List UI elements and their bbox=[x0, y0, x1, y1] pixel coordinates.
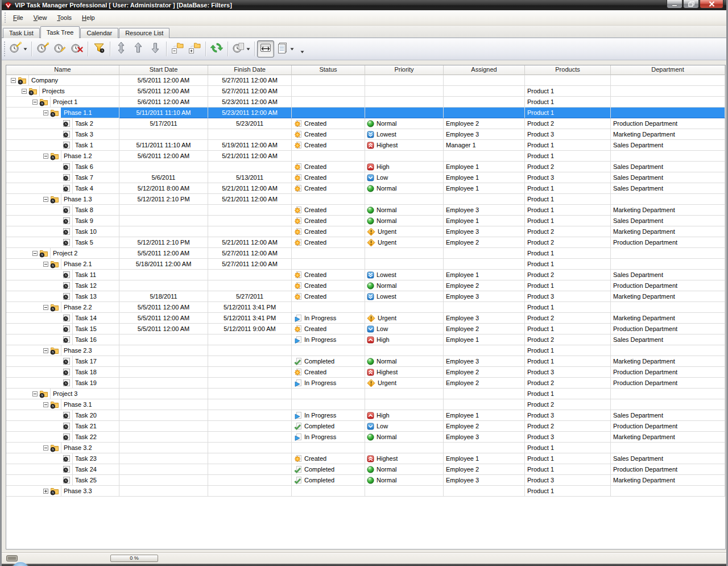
department-cell bbox=[611, 443, 725, 453]
table-row[interactable]: Project 3Product 1 bbox=[6, 389, 725, 399]
table-row[interactable]: Task 21CompletedLowEmployee 2Product 2Pr… bbox=[6, 421, 725, 432]
table-row[interactable]: Task 11CreatedLowestEmployee 1Product 2S… bbox=[6, 270, 725, 280]
table-row[interactable]: Project 25/5/2011 12:00 AM5/27/2011 12:0… bbox=[6, 248, 725, 259]
table-row[interactable]: Phase 1.25/6/2011 12:00 AM5/21/2011 12:0… bbox=[6, 151, 725, 162]
table-row[interactable]: Task 75/6/20115/13/2011CreatedLowEmploye… bbox=[6, 172, 725, 183]
table-row[interactable]: Phase 2.25/5/2011 12:00 AM5/12/2011 3:41… bbox=[6, 302, 725, 313]
refresh-button[interactable] bbox=[208, 40, 225, 57]
customize-columns-button[interactable] bbox=[274, 40, 296, 57]
table-row[interactable]: Phase 3.2Product 1 bbox=[6, 443, 725, 453]
column-header-status[interactable]: Status bbox=[292, 65, 365, 75]
table-row[interactable]: Phase 3.1Product 2 bbox=[6, 399, 725, 410]
minimize-button[interactable] bbox=[667, 0, 682, 9]
tab-task-list[interactable]: Task List bbox=[3, 28, 40, 38]
table-row[interactable]: Task 145/5/2011 12:00 AM5/12/2011 3:41 P… bbox=[6, 313, 725, 324]
table-row[interactable]: Task 18CreatedHighestEmployee 2Product 3… bbox=[6, 367, 725, 378]
column-header-finish[interactable]: Finish Date bbox=[208, 65, 292, 75]
collapse-expander-icon[interactable] bbox=[43, 402, 48, 407]
table-row[interactable]: Task 6CreatedHighEmployee 1Product 2Sale… bbox=[6, 162, 725, 172]
restore-button[interactable] bbox=[683, 0, 699, 9]
close-button[interactable] bbox=[700, 0, 723, 9]
table-row[interactable]: Task 45/12/2011 8:00 AM5/21/2011 12:00 A… bbox=[6, 183, 725, 194]
report-button[interactable] bbox=[230, 40, 252, 57]
tab-calendar[interactable]: Calendar bbox=[80, 28, 118, 38]
collapse-expander-icon[interactable] bbox=[43, 154, 48, 159]
collapse-expander-icon[interactable] bbox=[11, 78, 16, 83]
finish-date-cell: 5/19/2011 12:00 AM bbox=[208, 140, 292, 151]
department-cell bbox=[611, 389, 725, 399]
tab-task-tree[interactable]: Task Tree bbox=[40, 26, 80, 38]
column-header-products[interactable]: Products bbox=[525, 65, 611, 75]
toolbar-overflow-button[interactable] bbox=[300, 51, 304, 53]
collapse-expander-icon[interactable] bbox=[43, 348, 48, 353]
dropdown-caret-icon[interactable] bbox=[246, 48, 250, 51]
fit-columns-button[interactable] bbox=[257, 40, 274, 57]
new-task-button[interactable] bbox=[7, 40, 29, 57]
table-row[interactable]: Task 25CompletedNormalEmployee 3Product … bbox=[6, 475, 725, 486]
column-header-priority[interactable]: Priority bbox=[365, 65, 444, 75]
table-row[interactable]: Company5/5/2011 12:00 AM5/27/2011 12:00 … bbox=[6, 75, 725, 86]
add-task-button[interactable] bbox=[34, 40, 51, 57]
table-row[interactable]: Task 9CreatedNormalEmployee 1Product 1Sa… bbox=[6, 216, 725, 226]
column-header-assigned[interactable]: Assigned bbox=[444, 65, 525, 75]
column-header-department[interactable]: Department bbox=[611, 65, 725, 75]
menu-item-file[interactable]: File bbox=[8, 13, 28, 23]
table-row[interactable]: Task 17CompletedNormalEmployee 3Product … bbox=[6, 356, 725, 367]
dropdown-caret-icon[interactable] bbox=[290, 48, 294, 51]
table-row[interactable]: Task 19In ProgressUrgentEmployee 2Produc… bbox=[6, 378, 725, 389]
collapse-expander-icon[interactable] bbox=[22, 89, 27, 94]
table-row[interactable]: Task 25/17/20115/23/2011CreatedNormalEmp… bbox=[6, 118, 725, 129]
filter-button[interactable] bbox=[90, 40, 107, 57]
table-row[interactable]: Phase 1.35/12/2011 2:10 PM5/21/2011 12:0… bbox=[6, 194, 725, 205]
column-header-start[interactable]: Start Date bbox=[119, 65, 208, 75]
table-row[interactable]: Project 15/6/2011 12:00 AM5/23/2011 12:0… bbox=[6, 97, 725, 108]
status-label: In Progress bbox=[304, 335, 336, 345]
tab-resource-list[interactable]: Resource List bbox=[119, 28, 169, 38]
row-label-wrap: Task 9 bbox=[72, 216, 119, 226]
department-cell: Marketing Department bbox=[611, 291, 725, 302]
expand-expander-icon[interactable] bbox=[43, 489, 48, 494]
collapse-expander-icon[interactable] bbox=[43, 110, 48, 115]
collapse-expander-icon[interactable] bbox=[32, 391, 38, 396]
table-row[interactable]: Task 155/5/2011 12:00 AM5/12/2011 9:00 A… bbox=[6, 324, 725, 334]
move-up-button[interactable] bbox=[130, 40, 147, 57]
collapse-expander-icon[interactable] bbox=[43, 445, 48, 451]
table-row[interactable]: Task 12CreatedNormalEmployee 2Product 1P… bbox=[6, 280, 725, 291]
table-row[interactable]: Task 55/12/2011 2:10 PM5/21/2011 12:00 A… bbox=[6, 237, 725, 248]
menu-item-tools[interactable]: Tools bbox=[52, 13, 77, 23]
table-row[interactable]: Phase 2.3Product 1 bbox=[6, 345, 725, 356]
status-cell bbox=[292, 259, 365, 270]
table-row[interactable]: Task 15/11/2011 11:10 AM5/19/2011 12:00 … bbox=[6, 140, 725, 151]
products-cell: Product 1 bbox=[525, 248, 611, 259]
table-row[interactable]: Task 22In ProgressNormalEmployee 3Produc… bbox=[6, 432, 725, 443]
column-header-name[interactable]: Name bbox=[6, 65, 119, 75]
collapse-expander-icon[interactable] bbox=[43, 262, 48, 267]
finish-date-cell: 5/27/2011 12:00 AM bbox=[208, 248, 292, 259]
expand-all-button[interactable] bbox=[186, 40, 203, 57]
collapse-expander-icon[interactable] bbox=[43, 305, 48, 310]
collapse-all-button[interactable] bbox=[169, 40, 186, 57]
table-row[interactable]: Task 8CreatedNormalEmployee 3Product 1Ma… bbox=[6, 205, 725, 216]
move-down-button[interactable] bbox=[147, 40, 164, 57]
table-row[interactable]: Projects5/5/2011 12:00 AM5/27/2011 12:00… bbox=[6, 86, 725, 97]
table-row[interactable]: Phase 3.3Product 1 bbox=[6, 486, 725, 497]
collapse-expander-icon[interactable] bbox=[32, 251, 38, 256]
table-row[interactable]: Phase 1.15/11/2011 11:10 AM5/23/2011 12:… bbox=[6, 108, 725, 118]
menu-item-view[interactable]: View bbox=[28, 13, 52, 23]
table-row[interactable]: Task 16In ProgressHighEmployee 1Product … bbox=[6, 334, 725, 345]
table-row[interactable]: Task 3CreatedLowestEmployee 3Product 3Ma… bbox=[6, 129, 725, 140]
table-row[interactable]: Task 135/18/20115/27/2011CreatedLowestEm… bbox=[6, 291, 725, 302]
table-row[interactable]: Task 20In ProgressHighEmployee 1Product … bbox=[6, 410, 725, 421]
tb-fit-width-icon bbox=[259, 42, 272, 56]
table-row[interactable]: Phase 2.15/18/2011 12:00 AM5/27/2011 12:… bbox=[6, 259, 725, 270]
delete-task-button[interactable] bbox=[68, 40, 85, 57]
table-row[interactable]: Task 10CreatedUrgentEmployee 3Product 2M… bbox=[6, 226, 725, 237]
move-updown-button[interactable] bbox=[113, 40, 130, 57]
dropdown-caret-icon[interactable] bbox=[23, 48, 27, 51]
table-row[interactable]: Task 24CompletedNormalEmployee 2Product … bbox=[6, 464, 725, 475]
edit-task-button[interactable] bbox=[51, 40, 68, 57]
collapse-expander-icon[interactable] bbox=[43, 197, 48, 202]
collapse-expander-icon[interactable] bbox=[32, 100, 38, 105]
menu-item-help[interactable]: Help bbox=[77, 13, 100, 23]
table-row[interactable]: Task 23CreatedHighestEmployee 1Product 1… bbox=[6, 453, 725, 464]
